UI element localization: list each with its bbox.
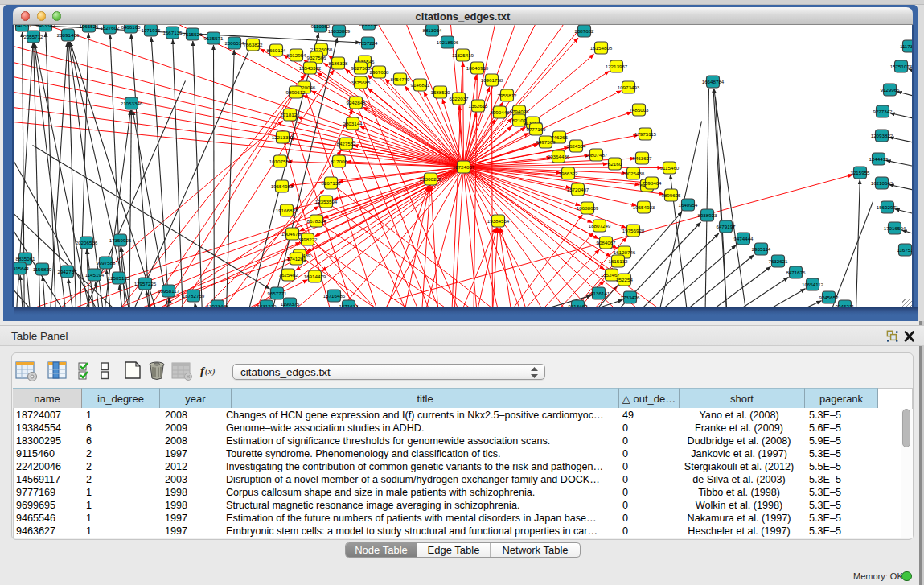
svg-text:10958117: 10958117 [157,287,179,293]
svg-text:12505135: 12505135 [107,274,129,280]
svg-text:1588520: 1588520 [430,89,450,94]
svg-text:9146821: 9146821 [410,81,430,87]
svg-text:7515526: 7515526 [183,31,203,36]
svg-text:2006514: 2006514 [224,39,244,45]
svg-text:8813054: 8813054 [422,27,442,32]
svg-text:16648784: 16648784 [701,78,724,84]
svg-text:19756928: 19756928 [622,227,644,233]
svg-text:8454749: 8454749 [390,76,410,81]
svg-text:19166823: 19166823 [275,207,298,212]
svg-text:12353594: 12353594 [314,198,337,204]
svg-text:1362615: 1362615 [468,102,488,108]
svg-text:(x): (x) [205,366,216,377]
svg-text:1244419: 1244419 [869,155,889,161]
svg-text:20891406: 20891406 [56,31,79,37]
svg-text:17359926: 17359926 [109,237,131,242]
svg-text:8427552: 8427552 [336,140,356,146]
svg-text:9227342: 9227342 [873,108,893,113]
svg-text:19046786: 19046786 [281,230,303,236]
svg-text:18724007: 18724007 [452,163,474,169]
svg-text:9463627: 9463627 [632,154,652,160]
svg-text:1733426: 1733426 [620,294,640,299]
svg-text:1190375: 1190375 [280,300,299,306]
svg-text:19654923: 19654923 [632,204,655,209]
svg-text:8938923: 8938923 [697,212,717,217]
svg-text:17957225: 17957225 [133,280,156,286]
svg-text:8912954: 8912954 [286,51,306,57]
svg-text:1527602: 1527602 [100,25,120,31]
svg-text:1145194: 1145194 [84,271,104,277]
svg-text:25300285: 25300285 [419,175,441,181]
svg-text:1117334: 1117334 [899,43,912,48]
svg-text:6322037: 6322037 [449,95,469,101]
svg-text:1667135: 1667135 [162,29,183,35]
svg-text:18807249: 18807249 [588,222,610,228]
svg-text:116753: 116753 [897,246,913,252]
svg-text:3498222: 3498222 [298,236,318,241]
svg-text:9084067: 9084067 [596,239,616,245]
svg-text:10654112: 10654112 [801,281,823,286]
svg-text:12213967: 12213967 [605,63,627,68]
svg-text:7485003: 7485003 [629,106,649,112]
svg-text:3875685: 3875685 [351,79,371,84]
svg-text:19218506: 19218506 [436,39,458,44]
svg-text:8267130: 8267130 [321,179,341,185]
svg-text:2803144: 2803144 [343,120,363,126]
svg-text:12213382: 12213382 [271,134,294,139]
svg-text:17016504: 17016504 [883,225,906,230]
svg-text:10961758: 10961758 [480,76,503,82]
svg-text:7663822: 7663822 [243,41,263,47]
svg-text:15720407: 15720407 [566,186,589,192]
svg-text:1615132: 1615132 [608,257,628,263]
svg-text:10107554: 10107554 [269,158,291,163]
svg-text:7625402: 7625402 [278,271,298,277]
svg-text:19654983: 19654983 [270,183,293,188]
svg-text:2718126: 2718126 [280,111,300,117]
svg-text:9245652: 9245652 [819,294,839,299]
svg-text:7986322: 7986322 [558,170,578,175]
svg-text:9899695: 9899695 [661,192,681,197]
svg-text:8678334: 8678334 [306,217,326,223]
svg-text:9474444: 9474444 [733,235,754,241]
svg-text:7598464: 7598464 [642,179,662,185]
svg-text:3915641: 3915641 [14,265,30,270]
svg-text:6479197: 6479197 [716,223,736,229]
svg-text:1156829: 1156829 [32,266,51,271]
svg-text:16210643: 16210643 [870,179,893,185]
svg-text:9327508: 9327508 [351,64,371,70]
svg-text:3624554: 3624554 [566,142,586,148]
svg-text:15716485: 15716485 [322,292,345,298]
svg-text:1065526: 1065526 [79,25,99,29]
svg-text:18640910: 18640910 [466,64,488,70]
svg-text:1640954: 1640954 [678,201,698,207]
svg-text:10973493: 10973493 [617,84,639,89]
svg-text:9129966: 9129966 [880,86,900,92]
svg-text:1071915: 1071915 [141,27,161,32]
svg-text:8471676: 8471676 [786,269,806,274]
svg-text:6497568: 6497568 [536,138,556,144]
svg-text:19384554: 19384554 [487,217,509,223]
svg-text:20206536: 20206536 [75,239,97,245]
svg-text:15692971: 15692971 [876,204,898,209]
svg-text:2942737: 2942737 [57,268,77,274]
svg-text:2967608: 2967608 [369,68,389,74]
svg-text:9463342: 9463342 [35,25,55,28]
svg-text:9657771: 9657771 [267,290,287,295]
svg-text:7857224: 7857224 [358,39,378,45]
svg-text:15751074: 15751074 [889,63,912,68]
svg-text:10025438: 10025438 [622,170,644,175]
svg-text:16120746: 16120746 [613,249,635,254]
svg-text:20364436: 20364436 [547,153,569,159]
svg-text:3215955: 3215955 [850,169,870,175]
svg-text:8990448: 8990448 [490,109,510,114]
svg-text:9242848: 9242848 [346,99,366,105]
svg-text:16782759: 16782759 [182,292,204,298]
svg-text:9997588: 9997588 [96,259,116,265]
svg-text:2935114: 2935114 [751,245,770,251]
svg-text:62160: 62160 [607,160,622,166]
svg-text:817006: 817006 [331,158,347,163]
svg-text:7955812: 7955812 [497,92,517,97]
svg-text:10688609: 10688609 [576,204,598,210]
svg-text:12093822: 12093822 [870,132,893,138]
svg-text:2055712: 2055712 [23,33,43,39]
